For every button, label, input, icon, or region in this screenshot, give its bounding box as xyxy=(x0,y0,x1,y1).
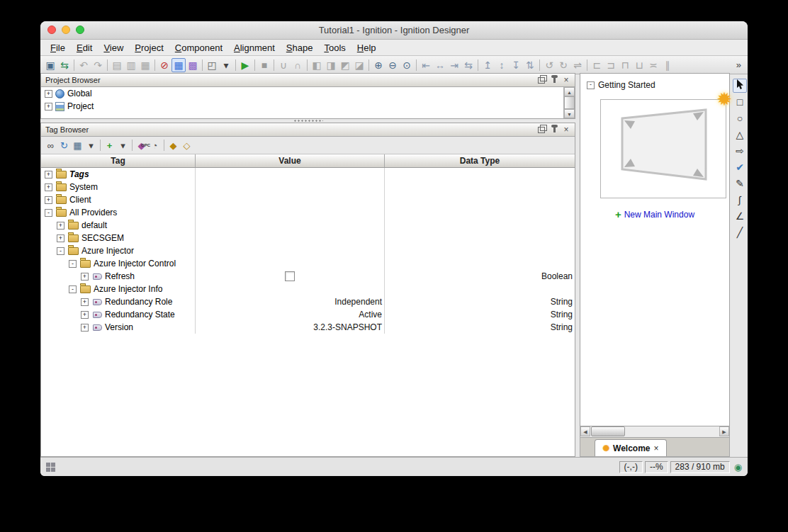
play-preview-icon[interactable]: ▶ xyxy=(238,58,252,72)
column-header-tag[interactable]: Tag xyxy=(41,154,196,167)
rotate-cw-icon[interactable]: ↻ xyxy=(556,58,570,72)
match-size-icon[interactable]: ⊓ xyxy=(618,58,632,72)
project-browser-scrollbar[interactable]: ▲ ▼ xyxy=(563,87,575,118)
float-panel-icon[interactable] xyxy=(538,127,545,133)
intersect-icon[interactable]: ∩ xyxy=(291,58,305,72)
rotate-ccw-icon[interactable]: ↺ xyxy=(542,58,556,72)
match-width-icon[interactable]: ⊏ xyxy=(590,58,604,72)
polygon-tool-icon[interactable]: △ xyxy=(733,128,747,142)
pen-check-tool-icon[interactable]: ✔ xyxy=(733,160,747,174)
send-backward-icon[interactable]: ◨ xyxy=(324,58,338,72)
tag-row[interactable]: -All Providers xyxy=(41,206,575,219)
duplicate-icon[interactable]: ▦ xyxy=(138,58,152,72)
dropdown-caret-icon[interactable]: ▾ xyxy=(116,139,130,152)
ellipse-tool-icon[interactable]: ○ xyxy=(733,111,747,125)
menu-item-component[interactable]: Component xyxy=(169,41,228,55)
tag-grid-icon[interactable]: ▦ xyxy=(71,139,84,152)
align-bottom-icon[interactable]: ↧ xyxy=(509,58,523,72)
tag-row[interactable]: +Redundancy StateActiveString xyxy=(41,308,575,321)
tag-row[interactable]: +default xyxy=(41,219,575,232)
tree-item-global[interactable]: +Global xyxy=(41,87,563,100)
bring-forward-icon[interactable]: ◧ xyxy=(310,58,324,72)
tag-row[interactable]: +SECSGEM xyxy=(41,232,575,244)
pointer-tool-icon[interactable] xyxy=(733,79,747,93)
expander-icon[interactable]: + xyxy=(45,183,52,191)
tab-welcome[interactable]: ✺ Welcome × xyxy=(595,439,667,456)
zoom-in-icon[interactable]: ⊕ xyxy=(371,58,385,72)
window-dropdown-caret-icon[interactable]: ▾ xyxy=(219,58,233,72)
refresh-tags-icon[interactable]: ↻ xyxy=(57,139,71,152)
tag-row[interactable]: +Client xyxy=(41,193,575,206)
new-tag-icon[interactable]: + xyxy=(103,139,116,152)
grid-icon[interactable] xyxy=(46,463,55,472)
update-project-icon[interactable]: ⇆ xyxy=(57,58,72,72)
pin-panel-icon[interactable] xyxy=(553,77,556,83)
tab-close-icon[interactable]: × xyxy=(654,443,659,453)
import-tags-icon[interactable]: ◆ xyxy=(167,139,180,152)
dropdown-caret-icon[interactable]: ▾ xyxy=(84,139,98,152)
scroll-right-icon[interactable]: ▶ xyxy=(719,426,729,436)
eyedropper-tool-icon[interactable]: ╱ xyxy=(733,225,747,239)
tag-row[interactable]: +System xyxy=(41,181,575,193)
swap-vertical-icon[interactable]: ⇅ xyxy=(523,58,537,72)
align-center-vertical-icon[interactable]: ↕ xyxy=(495,58,509,72)
toolbar-overflow-button[interactable]: » xyxy=(733,60,745,70)
expander-icon[interactable]: + xyxy=(45,90,52,98)
tag-row[interactable]: -Azure Injector Info xyxy=(41,283,575,295)
title-bar[interactable]: Tutorial1 - Ignition - Ignition Designer xyxy=(40,21,748,40)
union-icon[interactable]: ∪ xyxy=(276,58,291,72)
menu-item-tools[interactable]: Tools xyxy=(318,41,351,55)
distribute-horizontal-icon[interactable]: ⊔ xyxy=(632,58,646,72)
expander-icon[interactable]: + xyxy=(57,234,64,242)
tag-row[interactable]: -Azure Injector xyxy=(41,244,575,257)
rectangle-tool-icon[interactable]: □ xyxy=(733,95,747,109)
menu-item-project[interactable]: Project xyxy=(129,41,169,55)
horizontal-scrollbar[interactable]: ◀ ▶ xyxy=(580,426,730,438)
close-window-button[interactable] xyxy=(47,26,56,34)
expander-icon[interactable]: + xyxy=(81,273,89,281)
path-tool-icon[interactable]: ∫ xyxy=(733,193,747,207)
center-in-container-icon[interactable]: ∥ xyxy=(660,58,675,72)
match-height-icon[interactable]: ⊐ xyxy=(604,58,618,72)
tag-row[interactable]: +RefreshBoolean xyxy=(41,270,575,283)
tag-row[interactable]: +Tags xyxy=(41,168,575,181)
zoom-reset-icon[interactable]: ⊙ xyxy=(400,58,414,72)
opc-tag-icon[interactable]: ◆OPC xyxy=(135,139,148,152)
tree-item-project[interactable]: +Project xyxy=(41,100,563,113)
align-center-horizontal-icon[interactable]: ↔ xyxy=(433,58,447,72)
flip-icon[interactable]: ⇌ xyxy=(570,58,585,72)
tag-row[interactable]: -Azure Injector Control xyxy=(41,257,575,270)
tag-history-icon[interactable]: ◔ xyxy=(148,139,162,152)
expander-icon[interactable]: + xyxy=(57,222,64,230)
close-panel-icon[interactable]: × xyxy=(562,125,570,135)
scroll-left-icon[interactable]: ◀ xyxy=(580,426,590,436)
paste-icon[interactable]: ▤ xyxy=(110,58,124,72)
memory-usage[interactable]: 283 / 910 mb xyxy=(670,461,730,473)
expander-icon[interactable]: + xyxy=(45,171,52,179)
menu-item-view[interactable]: View xyxy=(98,41,129,55)
value-text[interactable]: 3.2.3-SNAPSHOT xyxy=(313,322,382,332)
open-window-icon[interactable]: ◰ xyxy=(205,58,219,72)
expander-icon[interactable]: - xyxy=(69,285,77,293)
menu-item-shape[interactable]: Shape xyxy=(281,41,319,55)
cancel-edits-icon[interactable]: ⊘ xyxy=(157,58,171,72)
tag-row[interactable]: +Redundancy RoleIndependentString xyxy=(41,295,575,308)
zoom-window-button[interactable] xyxy=(76,26,84,34)
bring-to-front-icon[interactable]: ◩ xyxy=(338,58,352,72)
undo-icon[interactable]: ↶ xyxy=(77,58,91,72)
new-main-window-link[interactable]: + New Main Window xyxy=(580,209,729,220)
close-panel-icon[interactable]: × xyxy=(562,75,570,85)
value-text[interactable]: Independent xyxy=(334,297,382,307)
component-cube-icon[interactable]: ■ xyxy=(257,58,271,72)
zoom-out-icon[interactable]: ⊖ xyxy=(385,58,400,72)
redo-icon[interactable]: ↷ xyxy=(91,58,105,72)
expander-icon[interactable]: + xyxy=(45,196,52,204)
tag-row[interactable]: +Version3.2.3-SNAPSHOTString xyxy=(41,321,575,334)
minimize-window-button[interactable] xyxy=(62,26,70,34)
expander-icon[interactable]: - xyxy=(57,247,64,255)
copy-icon[interactable]: ▥ xyxy=(124,58,138,72)
theme-icon[interactable]: ▩ xyxy=(186,58,200,72)
value-checkbox[interactable] xyxy=(285,271,295,281)
scroll-thumb[interactable] xyxy=(564,96,575,109)
menu-item-help[interactable]: Help xyxy=(351,41,382,55)
